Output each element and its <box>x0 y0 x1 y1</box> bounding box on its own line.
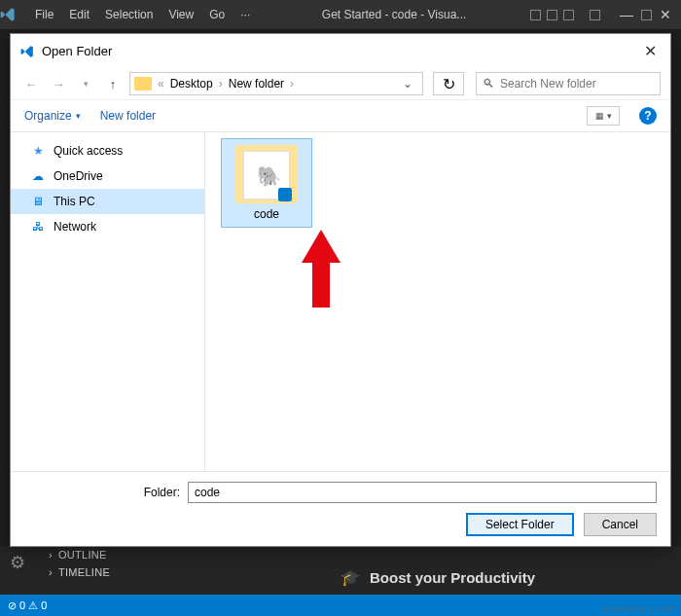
maximize-button[interactable] <box>641 10 652 20</box>
outline-label: OUTLINE <box>58 549 107 561</box>
search-placeholder: Search New folder <box>500 77 654 91</box>
nav-onedrive[interactable]: ☁ OneDrive <box>11 163 204 189</box>
watermark: www.devsjg.com <box>603 603 675 614</box>
chevron-right-icon: › <box>288 77 296 91</box>
nav-label: OneDrive <box>54 169 103 183</box>
breadcrumb-part[interactable]: New folder <box>229 77 284 91</box>
timeline-label: TIMELINE <box>58 566 110 578</box>
chevron-right-icon: › <box>217 77 225 91</box>
minimize-button[interactable]: — <box>620 7 633 22</box>
nav-label: This PC <box>54 195 95 208</box>
forward-button: → <box>48 73 69 94</box>
menubar: File Edit Selection View Go ··· <box>27 8 258 21</box>
organize-button[interactable]: Organize ▾ <box>24 109 81 123</box>
menu-more[interactable]: ··· <box>233 8 258 21</box>
folder-thumb-icon: 🐘 <box>235 145 298 203</box>
select-folder-button[interactable]: Select Folder <box>466 513 574 536</box>
menu-go[interactable]: Go <box>201 8 233 21</box>
nav-quick-access[interactable]: ★ Quick access <box>11 138 204 163</box>
graduation-icon: 🎓 <box>340 568 360 587</box>
nav-label: Quick access <box>54 144 123 158</box>
chevron-right-icon: › <box>49 566 53 578</box>
new-folder-button[interactable]: New folder <box>100 109 156 123</box>
window-title: Get Started - code - Visua... <box>258 8 530 21</box>
refresh-button[interactable]: ↻ <box>433 72 464 95</box>
breadcrumb-part[interactable]: Desktop <box>170 77 213 91</box>
file-list[interactable]: 🐘 code <box>205 132 670 471</box>
up-button[interactable]: ↑ <box>102 73 124 94</box>
star-icon: ★ <box>30 143 46 159</box>
statusbar: ⊘ 0 ⚠ 0 <box>0 595 681 616</box>
pc-icon: 🖥 <box>30 194 46 209</box>
help-icon[interactable]: ? <box>639 107 657 125</box>
outline-section[interactable]: › OUTLINE <box>0 546 681 563</box>
chevron-down-icon: ▾ <box>76 111 81 121</box>
organize-label: Organize <box>24 109 72 123</box>
gear-icon[interactable]: ⚙ <box>10 552 25 573</box>
cancel-button[interactable]: Cancel <box>584 513 657 536</box>
recent-dropdown[interactable]: ▾ <box>75 73 96 94</box>
vscode-titlebar: File Edit Selection View Go ··· Get Star… <box>0 0 681 29</box>
search-icon: 🔍︎ <box>483 77 494 91</box>
back-button[interactable]: ← <box>20 73 42 94</box>
folder-input[interactable] <box>188 482 657 503</box>
layout-icon[interactable] <box>590 10 600 20</box>
productivity-label: Boost your Productivity <box>370 569 535 586</box>
chevron-down-icon[interactable]: ⌄ <box>397 77 418 91</box>
layout-icon[interactable] <box>530 10 541 20</box>
layout-icon[interactable] <box>547 10 557 20</box>
breadcrumb-prefix: « <box>156 77 166 91</box>
menu-file[interactable]: File <box>27 8 61 21</box>
folder-icon <box>134 77 152 91</box>
navigation-pane: ★ Quick access ☁ OneDrive 🖥 This PC 🖧 Ne… <box>11 132 205 471</box>
folder-label: code <box>228 207 305 221</box>
menu-selection[interactable]: Selection <box>97 8 161 21</box>
folder-input-label: Folder: <box>24 486 180 499</box>
status-errors[interactable]: ⊘ 0 ⚠ 0 <box>8 599 47 612</box>
cloud-icon: ☁ <box>30 168 46 184</box>
menu-view[interactable]: View <box>161 8 201 21</box>
layout-controls <box>530 10 600 20</box>
vscode-logo-icon <box>0 7 27 22</box>
open-folder-dialog: Open Folder ✕ ← → ▾ ↑ « Desktop › New fo… <box>10 33 671 547</box>
search-input[interactable]: 🔍︎ Search New folder <box>476 72 661 95</box>
folder-item-code[interactable]: 🐘 code <box>221 138 312 228</box>
close-button[interactable]: ✕ <box>660 7 671 22</box>
nav-this-pc[interactable]: 🖥 This PC <box>11 189 204 214</box>
menu-edit[interactable]: Edit <box>61 8 97 21</box>
view-options-button[interactable]: ▦▾ <box>587 106 620 126</box>
productivity-banner: 🎓 Boost your Productivity <box>340 568 535 587</box>
annotation-arrow-icon <box>302 230 340 308</box>
breadcrumb[interactable]: « Desktop › New folder › ⌄ <box>129 72 423 95</box>
chevron-right-icon: › <box>49 549 53 561</box>
dialog-title: Open Folder <box>42 44 632 58</box>
close-icon[interactable]: ✕ <box>640 42 661 60</box>
network-icon: 🖧 <box>30 219 46 235</box>
layout-icon[interactable] <box>563 10 574 20</box>
nav-network[interactable]: 🖧 Network <box>11 214 204 239</box>
vscode-small-icon <box>20 45 34 58</box>
nav-label: Network <box>54 220 96 234</box>
